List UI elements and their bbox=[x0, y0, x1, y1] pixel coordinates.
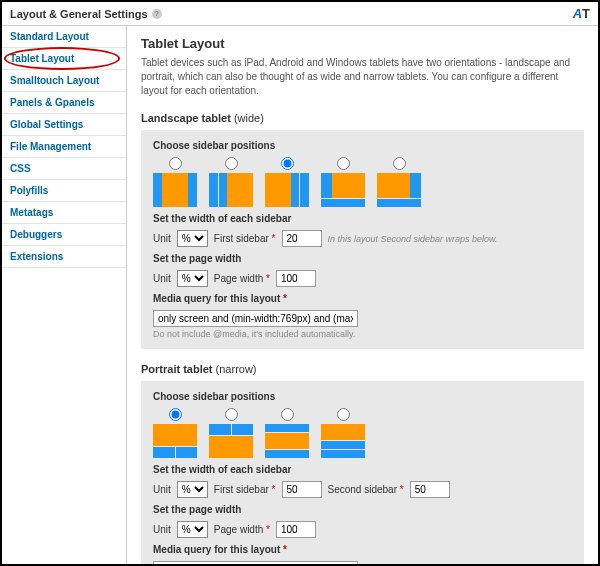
landscape-unit-select[interactable]: % bbox=[177, 230, 208, 247]
sidebar-item-polyfills[interactable]: Polyfills bbox=[2, 180, 126, 202]
portrait-second-sidebar-input[interactable] bbox=[410, 481, 450, 498]
portrait-second-sidebar-label: Second sidebar * bbox=[328, 484, 404, 495]
portrait-pos-radio-4[interactable] bbox=[337, 408, 350, 421]
portrait-first-sidebar-input[interactable] bbox=[282, 481, 322, 498]
main-content: Tablet Layout Tablet devices such as iPa… bbox=[127, 26, 598, 564]
landscape-wrap-note: In this layout Second sidebar wraps belo… bbox=[328, 234, 498, 244]
landscape-pw-unit-select[interactable]: % bbox=[177, 270, 208, 287]
portrait-choose-label: Choose sidebar positions bbox=[153, 391, 572, 402]
landscape-pos-radio-4[interactable] bbox=[337, 157, 350, 170]
portrait-title: Portrait tablet (narrow) bbox=[141, 363, 584, 375]
sidebar-item-label: Standard Layout bbox=[10, 31, 89, 42]
sidebar: Standard Layout Tablet Layout Smalltouch… bbox=[2, 26, 127, 564]
portrait-pos-radio-1[interactable] bbox=[169, 408, 182, 421]
portrait-first-sidebar-label: First sidebar * bbox=[214, 484, 276, 495]
sidebar-item-label: CSS bbox=[10, 163, 31, 174]
portrait-panel: Choose sidebar positions bbox=[141, 381, 584, 564]
landscape-pos-radio-5[interactable] bbox=[393, 157, 406, 170]
portrait-thumb-1 bbox=[153, 424, 197, 458]
portrait-page-width-input[interactable] bbox=[276, 521, 316, 538]
landscape-panel: Choose sidebar positions bbox=[141, 130, 584, 349]
sidebar-item-label: Polyfills bbox=[10, 185, 48, 196]
portrait-page-width-label: Set the page width bbox=[153, 504, 572, 515]
landscape-media-note: Do not include @media, it's included aut… bbox=[153, 329, 572, 339]
landscape-pos-radio-1[interactable] bbox=[169, 157, 182, 170]
sidebar-item-label: Metatags bbox=[10, 207, 53, 218]
portrait-media-label: Media query for this layout * bbox=[153, 544, 572, 555]
sidebar-item-panels-gpanels[interactable]: Panels & Gpanels bbox=[2, 92, 126, 114]
layout-thumb-5 bbox=[377, 173, 421, 207]
landscape-media-input[interactable] bbox=[153, 310, 358, 327]
portrait-pw-unit-select[interactable]: % bbox=[177, 521, 208, 538]
sidebar-item-smalltouch-layout[interactable]: Smalltouch Layout bbox=[2, 70, 126, 92]
page-title: Layout & General Settings bbox=[10, 8, 148, 20]
layout-thumb-2 bbox=[209, 173, 253, 207]
sidebar-item-css[interactable]: CSS bbox=[2, 158, 126, 180]
landscape-sidebar-width-label: Set the width of each sidebar bbox=[153, 213, 572, 224]
portrait-pw-unit-label: Unit bbox=[153, 524, 171, 535]
sidebar-item-tablet-layout[interactable]: Tablet Layout bbox=[2, 48, 126, 70]
help-icon[interactable]: ? bbox=[152, 9, 162, 19]
sidebar-item-file-management[interactable]: File Management bbox=[2, 136, 126, 158]
landscape-pw-field-label: Page width * bbox=[214, 273, 270, 284]
landscape-pw-unit-label: Unit bbox=[153, 273, 171, 284]
landscape-first-sidebar-label: First sidebar * bbox=[214, 233, 276, 244]
portrait-media-input[interactable] bbox=[153, 561, 358, 564]
sidebar-item-metatags[interactable]: Metatags bbox=[2, 202, 126, 224]
layout-thumb-3 bbox=[265, 173, 309, 207]
logo: AT bbox=[573, 6, 590, 21]
content-description: Tablet devices such as iPad, Android and… bbox=[141, 56, 584, 98]
sidebar-item-label: Tablet Layout bbox=[10, 53, 74, 64]
landscape-pos-radio-2[interactable] bbox=[225, 157, 238, 170]
sidebar-item-label: Global Settings bbox=[10, 119, 83, 130]
content-heading: Tablet Layout bbox=[141, 36, 584, 51]
portrait-thumb-3 bbox=[265, 424, 309, 458]
landscape-page-width-input[interactable] bbox=[276, 270, 316, 287]
landscape-unit-label: Unit bbox=[153, 233, 171, 244]
sidebar-item-extensions[interactable]: Extensions bbox=[2, 246, 126, 268]
sidebar-item-standard-layout[interactable]: Standard Layout bbox=[2, 26, 126, 48]
portrait-thumb-2 bbox=[209, 424, 253, 458]
sidebar-item-debuggers[interactable]: Debuggers bbox=[2, 224, 126, 246]
sidebar-item-global-settings[interactable]: Global Settings bbox=[2, 114, 126, 136]
landscape-media-label: Media query for this layout * bbox=[153, 293, 572, 304]
layout-thumb-4 bbox=[321, 173, 365, 207]
sidebar-item-label: Extensions bbox=[10, 251, 63, 262]
sidebar-item-label: File Management bbox=[10, 141, 91, 152]
portrait-thumb-4 bbox=[321, 424, 365, 458]
portrait-pw-field-label: Page width * bbox=[214, 524, 270, 535]
sidebar-item-label: Smalltouch Layout bbox=[10, 75, 99, 86]
portrait-unit-select[interactable]: % bbox=[177, 481, 208, 498]
sidebar-item-label: Panels & Gpanels bbox=[10, 97, 94, 108]
portrait-sidebar-width-label: Set the width of each sidebar bbox=[153, 464, 572, 475]
landscape-title: Landscape tablet (wide) bbox=[141, 112, 584, 124]
portrait-pos-radio-3[interactable] bbox=[281, 408, 294, 421]
landscape-pos-radio-3[interactable] bbox=[281, 157, 294, 170]
sidebar-item-label: Debuggers bbox=[10, 229, 62, 240]
portrait-unit-label: Unit bbox=[153, 484, 171, 495]
landscape-choose-label: Choose sidebar positions bbox=[153, 140, 572, 151]
portrait-pos-radio-2[interactable] bbox=[225, 408, 238, 421]
landscape-first-sidebar-input[interactable] bbox=[282, 230, 322, 247]
layout-thumb-1 bbox=[153, 173, 197, 207]
landscape-page-width-label: Set the page width bbox=[153, 253, 572, 264]
